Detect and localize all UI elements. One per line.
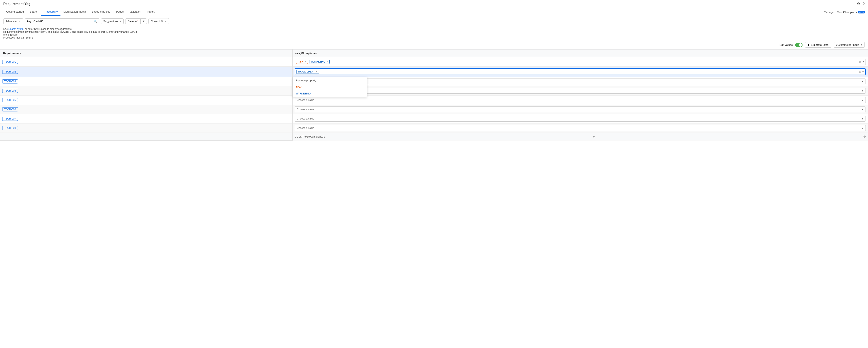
app-header: Requirement Yogi ⚙ ? [0, 0, 868, 8]
app-title: Requirement Yogi [3, 2, 31, 6]
count-label-cell [0, 133, 292, 141]
refresh-icon[interactable]: ⟳ [863, 135, 866, 139]
choose-value-004[interactable]: Choose a value ▼ [294, 88, 866, 94]
remove-risk-icon[interactable]: × [305, 60, 306, 63]
help-button[interactable]: ? [863, 2, 865, 6]
compliance-cell-006: Choose a value ▼ [292, 105, 868, 114]
choose-value-chevron-icon-006: ▼ [861, 108, 863, 111]
choose-value-chevron-icon-004: ▼ [861, 90, 863, 92]
nav-item-pages[interactable]: Pages [113, 8, 126, 16]
current-chevron-icon: ▼ [165, 20, 167, 22]
toggle-thumb [799, 43, 802, 47]
save-as-chevron-icon[interactable]: ▼ [141, 19, 147, 24]
choose-value-008[interactable]: Choose a value ▼ [294, 125, 866, 131]
table-row: TECH-001 RISK × MARKETING × ⊗ ▼ [0, 57, 868, 67]
tag-cell-002: MANAGEMENT × ⊗ ▼ [294, 68, 866, 75]
nav-item-search[interactable]: Search [27, 8, 41, 16]
help-icon: ? [863, 2, 865, 6]
nav-item-modification-matrix[interactable]: Modification matrix [60, 8, 89, 16]
req-cell: TECH-002 [0, 67, 292, 77]
export-to-excel-button[interactable]: ⬆ Export to Excel [805, 42, 831, 48]
table-row: TECH-007 Choose a value ▼ [0, 114, 868, 123]
nav-item-saved-matrices[interactable]: Saved matrices [89, 8, 113, 16]
manage-link[interactable]: Manage [824, 10, 834, 14]
req-cell: TECH-007 [0, 114, 292, 123]
compliance-cell-001: RISK × MARKETING × ⊗ ▼ [292, 57, 868, 67]
req-badge-tech002[interactable]: TECH-002 [2, 69, 18, 74]
nav-item-traceability[interactable]: Traceability [41, 8, 60, 16]
clear-all-icon-002[interactable]: ⊗ [859, 70, 861, 73]
tag-cell-001: RISK × MARKETING × ⊗ ▼ [294, 59, 866, 65]
info-processed: Processed matrix in 153ms [3, 36, 865, 39]
items-per-page-select[interactable]: 200 items per page ▼ [834, 42, 865, 48]
dropdown-arrow-icon-001[interactable]: ▼ [862, 61, 864, 63]
suggestions-button[interactable]: Suggestions ▼ [101, 19, 124, 24]
compliance-cell-002: MANAGEMENT × ⊗ ▼ Remove property RISK MA… [292, 67, 868, 77]
remove-marketing-icon[interactable]: × [326, 60, 328, 63]
compliance-cell-004: Choose a value ▼ [292, 86, 868, 95]
tag-management: MANAGEMENT × [296, 69, 319, 74]
search-input[interactable] [27, 20, 93, 23]
suggestions-chevron-icon: ▼ [119, 20, 121, 22]
table-row: TECH-006 Choose a value ▼ [0, 105, 868, 114]
req-badge-tech005[interactable]: TECH-005 [2, 98, 18, 102]
table-row: TECH-003 Choose a value ▼ [0, 77, 868, 86]
edit-values-label: Edit values [780, 43, 793, 47]
req-badge-tech008[interactable]: TECH-008 [2, 126, 18, 130]
req-cell: TECH-003 [0, 77, 292, 86]
current-clear-icon[interactable]: ✕ [161, 20, 163, 23]
dropdown-arrow-icon-002[interactable]: ▼ [862, 70, 864, 73]
tag-risk: RISK × [296, 60, 308, 64]
nav-item-validation[interactable]: Validation [126, 8, 144, 16]
req-badge-tech004[interactable]: TECH-004 [2, 89, 18, 93]
main-table: Requirements ext@Compliance TECH-001 RIS… [0, 49, 868, 141]
req-badge-tech003[interactable]: TECH-003 [2, 79, 18, 84]
dropdown-option-marketing[interactable]: MARKETING [293, 90, 367, 97]
choose-value-007[interactable]: Choose a value ▼ [294, 116, 866, 122]
remove-property-option[interactable]: Remove property [293, 77, 367, 84]
advanced-chevron-icon: ▼ [19, 20, 21, 22]
search-box: 🔍 [25, 19, 99, 24]
search-syntax-link[interactable]: Search syntax [8, 28, 24, 30]
save-as-button[interactable]: Save as* ▼ [125, 19, 147, 24]
compliance-dropdown-menu: Remove property RISK MARKETING [292, 77, 367, 97]
compliance-cell-003: Choose a value ▼ [292, 77, 868, 86]
dropdown-option-risk[interactable]: RISK [293, 84, 367, 90]
req-badge-tech007[interactable]: TECH-007 [2, 117, 18, 121]
nav-item-import[interactable]: Import [144, 8, 157, 16]
advanced-select[interactable]: Advanced ▼ [3, 19, 23, 24]
compliance-cell-008: Choose a value ▼ [292, 123, 868, 133]
req-badge-tech001[interactable]: TECH-001 [2, 60, 18, 64]
table-actions: Edit values ⬆ Export to Excel 200 items … [0, 40, 868, 49]
current-label: Current [151, 20, 160, 23]
settings-button[interactable]: ⚙ [857, 2, 860, 6]
count-row: COUNT(ext@Compliance): 0 ⟳ [0, 133, 868, 141]
choose-value-005[interactable]: Choose a value ▼ [294, 97, 866, 103]
choose-value-006[interactable]: Choose a value ▼ [294, 107, 866, 112]
info-results: 8 of 8 results [3, 33, 865, 36]
count-label: COUNT(ext@Compliance): [295, 135, 325, 138]
toggle-track [795, 43, 803, 47]
remove-management-icon[interactable]: × [316, 70, 317, 73]
search-icon[interactable]: 🔍 [94, 20, 97, 23]
req-cell: TECH-004 [0, 86, 292, 95]
edit-values-toggle[interactable] [795, 43, 803, 47]
header-icons: ⚙ ? [857, 2, 865, 6]
count-value-cell: COUNT(ext@Compliance): 0 ⟳ [292, 133, 868, 140]
clear-all-icon-001[interactable]: ⊗ [859, 60, 861, 63]
nav-item-getting-started[interactable]: Getting started [3, 8, 27, 16]
table-row: TECH-002 MANAGEMENT × ⊗ ▼ Remove propert… [0, 67, 868, 77]
req-cell: TECH-005 [0, 95, 292, 105]
tag-cell-actions-002: ⊗ ▼ [859, 70, 864, 73]
items-per-page-label: 200 items per page [836, 43, 859, 47]
nav-left: Getting started Search Traceability Modi… [3, 8, 157, 16]
choose-value-chevron-icon-007: ▼ [861, 118, 863, 120]
current-button[interactable]: Current ✕ ▼ [149, 18, 169, 24]
choose-value-chevron-icon-003: ▼ [861, 80, 863, 83]
advanced-label: Advanced [6, 20, 18, 23]
compliance-cell-005: Choose a value ▼ [292, 95, 868, 105]
compliance-cell-007: Choose a value ▼ [292, 114, 868, 123]
beta-badge: BETA [858, 11, 865, 13]
req-badge-tech006[interactable]: TECH-006 [2, 107, 18, 111]
choose-value-003[interactable]: Choose a value ▼ [294, 79, 866, 84]
